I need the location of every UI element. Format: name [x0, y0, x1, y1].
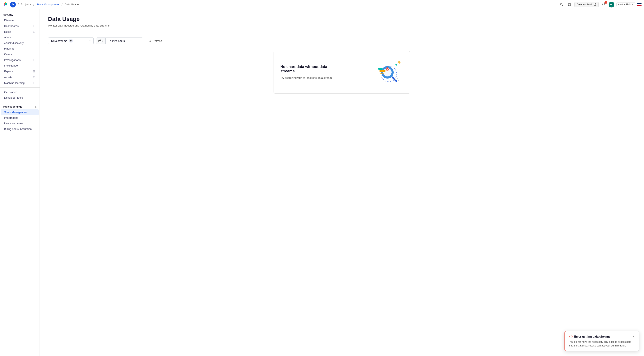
- empty-card-text-area: No chart data without data streams Try s…: [280, 65, 334, 80]
- refresh-icon: [148, 39, 151, 42]
- project-settings-label: Project Settings: [3, 105, 22, 108]
- refresh-label: Refresh: [152, 39, 162, 43]
- collapse-chevron-icon: [35, 105, 36, 108]
- sidebar-label-users-and-roles: Users and roles: [4, 122, 23, 125]
- no-data-illustration-svg: !: [370, 58, 404, 87]
- sidebar-item-discover[interactable]: Discover: [1, 18, 39, 23]
- sidebar-label-explore: Explore: [4, 70, 13, 73]
- sidebar-item-billing[interactable]: Billing and subscription: [1, 126, 39, 132]
- sidebar-label-investigations: Investigations: [4, 59, 21, 62]
- page-title: Data Usage: [48, 16, 636, 22]
- language-flag-icon: [637, 3, 642, 6]
- empty-state-title: No chart data without data streams: [280, 65, 334, 73]
- sidebar: Security Discover Dashboards ⊞ Rules ⊞ A…: [0, 9, 40, 356]
- sidebar-item-get-started[interactable]: Get started: [1, 89, 39, 95]
- time-range-selector[interactable]: Last 24 hours: [96, 38, 143, 44]
- sidebar-item-attack-discovery[interactable]: Attack discovery: [1, 40, 39, 46]
- svg-rect-9: [98, 40, 101, 42]
- error-toast: Error getting data streams × You do not …: [564, 331, 639, 351]
- svg-point-24: [394, 78, 395, 79]
- svg-marker-3: [4, 3, 6, 5]
- svg-point-8: [569, 4, 570, 5]
- sidebar-item-users-and-roles[interactable]: Users and roles: [1, 121, 39, 126]
- sidebar-item-stack-management[interactable]: Stack Management: [1, 109, 39, 115]
- stack-management-breadcrumb[interactable]: Stack Management: [36, 3, 60, 6]
- page-divider: [48, 32, 636, 32]
- sidebar-item-integrations[interactable]: Integrations: [1, 115, 39, 121]
- give-feedback-button[interactable]: Give feedback: [574, 2, 599, 7]
- sidebar-label-discover: Discover: [4, 19, 15, 22]
- current-page-breadcrumb: Data Usage: [64, 3, 79, 6]
- notifications-wrap: 1: [601, 2, 606, 8]
- top-navigation: D / Project / Stack Management / Data Us…: [0, 0, 644, 9]
- sidebar-item-alerts[interactable]: Alerts: [1, 35, 39, 40]
- data-streams-selector[interactable]: Data streams 0: [48, 37, 94, 44]
- svg-point-23: [396, 77, 396, 77]
- sidebar-label-assets: Assets: [4, 76, 12, 79]
- page-layout: Security Discover Dashboards ⊞ Rules ⊞ A…: [0, 9, 644, 356]
- grid-icon-rules: ⊞: [33, 30, 36, 33]
- time-range-chevron-icon: [102, 39, 103, 43]
- sidebar-item-machine-learning[interactable]: Machine learning ⊞: [1, 80, 39, 86]
- sidebar-item-intelligence[interactable]: Intelligence: [1, 63, 39, 68]
- sidebar-item-explore[interactable]: Explore ⊞: [1, 68, 39, 74]
- project-nav-item[interactable]: Project: [21, 3, 31, 6]
- empty-state-illustration: !: [370, 58, 404, 87]
- sidebar-label-cases: Cases: [4, 53, 12, 56]
- project-label: Project: [21, 3, 29, 6]
- sidebar-divider-2: [0, 102, 40, 102]
- toast-header: Error getting data streams ×: [569, 335, 635, 338]
- nav-sep-3: /: [62, 3, 62, 7]
- sidebar-label-machine-learning: Machine learning: [4, 82, 25, 85]
- calendar-picker-button[interactable]: [96, 38, 106, 44]
- project-chevron-icon: [30, 3, 31, 6]
- svg-point-27: [398, 61, 400, 64]
- svg-rect-17: [379, 70, 386, 72]
- svg-point-21: [395, 79, 396, 80]
- svg-point-25: [398, 80, 399, 81]
- empty-state-card: No chart data without data streams Try s…: [274, 51, 410, 94]
- sidebar-item-findings[interactable]: Findings: [1, 46, 39, 51]
- sidebar-label-dashboards: Dashboards: [4, 25, 19, 28]
- grid-icon-dashboards: ⊞: [33, 24, 36, 28]
- give-feedback-label: Give feedback: [577, 3, 593, 6]
- toast-close-button[interactable]: ×: [633, 335, 635, 338]
- svg-text:!: !: [387, 69, 388, 71]
- sidebar-label-alerts: Alerts: [4, 36, 11, 39]
- toast-title-text: Error getting data streams: [574, 335, 610, 338]
- svg-marker-2: [6, 3, 7, 5]
- sidebar-label-billing: Billing and subscription: [4, 127, 32, 131]
- toast-body-text: You do not have the necessary privileges…: [569, 340, 635, 347]
- sidebar-label-intelligence: Intelligence: [4, 64, 18, 67]
- settings-button[interactable]: [566, 2, 572, 8]
- time-range-value: Last 24 hours: [106, 38, 143, 44]
- svg-rect-28: [380, 73, 384, 74]
- user-avatar[interactable]: TC: [608, 2, 614, 8]
- sidebar-item-cases[interactable]: Cases: [1, 51, 39, 57]
- sidebar-label-get-started: Get started: [4, 91, 18, 94]
- user-initials: TC: [610, 3, 613, 6]
- data-streams-count: 0: [69, 39, 73, 43]
- toast-title: Error getting data streams: [569, 335, 610, 338]
- sidebar-item-rules[interactable]: Rules ⊞: [1, 29, 39, 35]
- project-settings-collapse[interactable]: Project Settings: [0, 104, 40, 109]
- search-button[interactable]: [559, 2, 564, 8]
- settings-icon: [568, 3, 571, 6]
- role-label: customRole: [618, 3, 631, 6]
- svg-line-7: [562, 5, 563, 6]
- sidebar-item-investigations[interactable]: Investigations ⊞: [1, 57, 39, 63]
- app-logo[interactable]: [2, 1, 8, 8]
- sidebar-label-integrations: Integrations: [4, 116, 18, 119]
- role-selector[interactable]: customRole: [616, 2, 635, 7]
- project-avatar: D: [10, 2, 16, 8]
- sidebar-item-developer-tools[interactable]: Developer tools: [1, 95, 39, 101]
- grid-icon-assets: ⊞: [33, 75, 36, 79]
- sidebar-label-rules: Rules: [4, 30, 11, 33]
- grid-icon-machine-learning: ⊞: [33, 81, 36, 85]
- sidebar-item-dashboards[interactable]: Dashboards ⊞: [1, 23, 39, 29]
- external-link-icon: [594, 3, 596, 6]
- sidebar-item-assets[interactable]: Assets ⊞: [1, 74, 39, 80]
- empty-state-description: Try searching with at least one data str…: [280, 76, 334, 80]
- nav-sep-2: /: [33, 3, 34, 7]
- refresh-button[interactable]: Refresh: [146, 38, 165, 44]
